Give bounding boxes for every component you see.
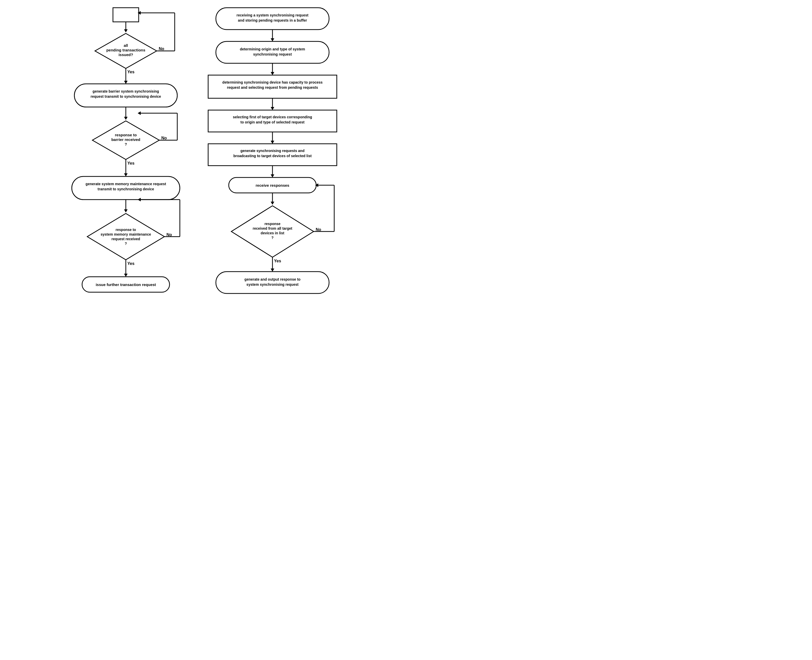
svg-marker-14 bbox=[124, 81, 128, 84]
svg-marker-2 bbox=[124, 29, 128, 32]
right-diagram-svg: receiving a system synchronising request… bbox=[200, 5, 345, 319]
svg-text:system memory maintenance: system memory maintenance bbox=[101, 232, 151, 236]
svg-text:No: No bbox=[167, 233, 172, 237]
svg-text:No: No bbox=[161, 136, 167, 140]
left-diagram-svg: all pending transactions issued? No Yes … bbox=[62, 5, 185, 314]
svg-marker-61 bbox=[271, 72, 274, 75]
svg-marker-31 bbox=[124, 173, 128, 176]
svg-text:response to: response to bbox=[116, 228, 136, 232]
svg-rect-0 bbox=[113, 8, 139, 22]
svg-text:transmit to synchronising devi: transmit to synchronising device bbox=[97, 187, 154, 191]
svg-text:synchronising request: synchronising request bbox=[253, 52, 292, 56]
svg-text:determining origin and type of: determining origin and type of system bbox=[240, 47, 305, 51]
svg-text:request and selecting request : request and selecting request from pendi… bbox=[227, 86, 318, 89]
svg-marker-19 bbox=[124, 117, 128, 120]
left-flowchart: all pending transactions issued? No Yes … bbox=[62, 5, 185, 319]
svg-text:generate synchronising request: generate synchronising requests and bbox=[241, 149, 305, 153]
svg-text:and storing pending requests i: and storing pending requests in a buffer bbox=[238, 18, 307, 22]
svg-text:receiving a system synchronisi: receiving a system synchronising request bbox=[237, 13, 308, 17]
svg-text:response to: response to bbox=[115, 133, 137, 137]
svg-text:Yes: Yes bbox=[127, 261, 135, 266]
svg-text:selecting first of target devi: selecting first of target devices corres… bbox=[233, 115, 312, 119]
svg-text:issue further transaction requ: issue further transaction request bbox=[96, 282, 156, 287]
svg-text:request transmit to synchronis: request transmit to synchronising device bbox=[91, 94, 161, 98]
svg-text:pending transactions: pending transactions bbox=[106, 48, 145, 52]
svg-text:received from all target: received from all target bbox=[253, 226, 292, 230]
svg-text:generate barrier system synchr: generate barrier system synchronising bbox=[93, 89, 159, 94]
svg-text:receive responses: receive responses bbox=[256, 183, 289, 187]
svg-text:generate and output response t: generate and output response to bbox=[245, 277, 300, 281]
diagram-container: all pending transactions issued? No Yes … bbox=[5, 5, 401, 319]
svg-marker-80 bbox=[271, 201, 274, 205]
svg-text:Yes: Yes bbox=[127, 70, 135, 74]
right-flowchart: receiving a system synchronising request… bbox=[200, 5, 345, 319]
svg-text:Yes: Yes bbox=[127, 161, 135, 165]
svg-text:determining synchronising devi: determining synchronising device has cap… bbox=[222, 80, 323, 84]
svg-text:No: No bbox=[316, 227, 321, 232]
svg-text:issued?: issued? bbox=[119, 52, 133, 57]
svg-text:to origin and type of selected: to origin and type of selected request bbox=[241, 120, 305, 124]
svg-text:generate system memory mainten: generate system memory maintenance reque… bbox=[86, 182, 166, 186]
svg-marker-66 bbox=[271, 107, 274, 110]
svg-marker-36 bbox=[124, 209, 128, 213]
svg-text:devices in list: devices in list bbox=[261, 231, 284, 235]
svg-marker-28 bbox=[138, 111, 141, 115]
svg-text:?: ? bbox=[125, 241, 127, 246]
svg-text:Yes: Yes bbox=[274, 259, 281, 263]
svg-text:?: ? bbox=[272, 236, 274, 240]
svg-text:?: ? bbox=[124, 142, 127, 146]
svg-text:broadcasting to target devices: broadcasting to target devices of select… bbox=[234, 154, 312, 158]
svg-text:response: response bbox=[264, 222, 280, 226]
svg-marker-76 bbox=[271, 175, 274, 178]
svg-marker-49 bbox=[124, 274, 128, 277]
svg-marker-37 bbox=[87, 214, 164, 260]
svg-text:No: No bbox=[159, 46, 164, 51]
svg-text:request received: request received bbox=[111, 237, 140, 241]
svg-marker-56 bbox=[271, 38, 274, 41]
svg-marker-93 bbox=[271, 268, 274, 271]
svg-text:barrier received: barrier received bbox=[111, 137, 140, 142]
svg-marker-71 bbox=[271, 141, 274, 144]
svg-text:all: all bbox=[124, 43, 128, 48]
svg-text:system synchronising request: system synchronising request bbox=[246, 282, 299, 287]
